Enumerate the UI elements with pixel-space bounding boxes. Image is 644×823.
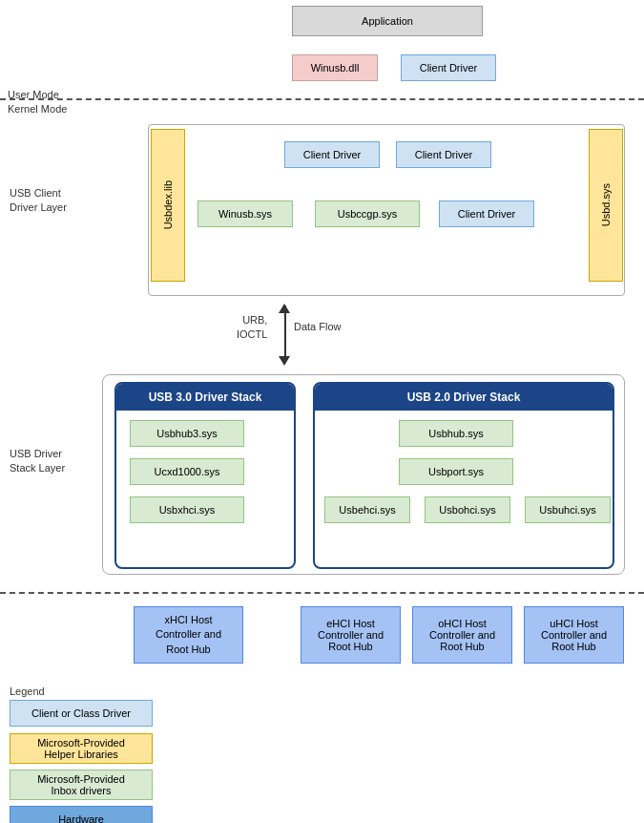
- legend-ms-inbox-box: Microsoft-Provided Inbox drivers: [10, 770, 153, 800]
- client-driver-3-box: Client Driver: [439, 200, 534, 227]
- usbuhci-sys-label: Usbuhci.sys: [539, 504, 595, 516]
- legend-label: Legend: [10, 686, 45, 697]
- winusb-sys-box: Winusb.sys: [197, 200, 293, 227]
- usbccgp-sys-label: Usbccgp.sys: [338, 208, 397, 220]
- usbd-sys-label: Usbd.sys: [600, 183, 612, 226]
- usb20-stack-title: USB 2.0 Driver Stack: [407, 390, 521, 404]
- usbhub-sys-box: Usbhub.sys: [399, 420, 513, 447]
- legend-client-driver-box: Client or Class Driver: [10, 700, 153, 727]
- client-driver-2-box: Client Driver: [396, 141, 491, 168]
- usbuhci-sys-box: Usbuhci.sys: [525, 496, 611, 523]
- usb-driver-stack-layer-label: USB DriverStack Layer: [10, 447, 86, 476]
- diagram-container: Application Winusb.dll Client Driver Use…: [0, 0, 644, 823]
- ehci-host-label: eHCI Host Controller and Root Hub: [318, 618, 384, 652]
- usbhub3-sys-label: Usbhub3.sys: [156, 428, 218, 439]
- client-driver-3-label: Client Driver: [458, 208, 516, 220]
- legend-ms-inbox-label: Microsoft-Provided Inbox drivers: [37, 773, 125, 796]
- ucxd1000-sys-box: Ucxd1000.sys: [130, 458, 244, 485]
- xhci-host-box: xHCI Host Controller and Root Hub: [134, 606, 243, 664]
- data-flow-label: Data Flow: [294, 321, 342, 332]
- client-driver-1-label: Client Driver: [303, 149, 362, 160]
- winusb-dll-box: Winusb.dll: [292, 54, 378, 81]
- usbxhci-sys-box: Usbxhci.sys: [130, 496, 244, 523]
- ehci-host-box: eHCI Host Controller and Root Hub: [301, 606, 401, 664]
- usbxhci-sys-label: Usbxhci.sys: [159, 504, 216, 516]
- usb-client-driver-layer-label: USB ClientDriver Layer: [10, 186, 76, 216]
- usbhub3-sys-box: Usbhub3.sys: [130, 420, 244, 447]
- usbdex-lib-box: Usbdex.lib: [151, 129, 185, 282]
- uhci-host-box: uHCI Host Controller and Root Hub: [524, 606, 624, 664]
- usbdex-lib-label: Usbdex.lib: [162, 180, 174, 229]
- winusb-dll-label: Winusb.dll: [311, 62, 360, 74]
- usbccgp-sys-box: Usbccgp.sys: [315, 200, 420, 227]
- usbohci-sys-box: Usbohci.sys: [425, 496, 510, 523]
- usbport-sys-box: Usbport.sys: [399, 458, 513, 485]
- usbhub-sys-label: Usbhub.sys: [428, 428, 483, 439]
- legend-hardware-box: Hardware: [10, 806, 153, 823]
- application-label: Application: [362, 15, 413, 27]
- client-driver-top-label: Client Driver: [420, 62, 478, 74]
- ohci-host-label: oHCI Host Controller and Root Hub: [429, 618, 495, 652]
- client-driver-1-box: Client Driver: [284, 141, 380, 168]
- client-driver-top-box: Client Driver: [401, 54, 496, 81]
- legend-hardware-label: Hardware: [58, 813, 104, 823]
- arrow-vertical: [284, 306, 286, 358]
- usb30-stack-title: USB 3.0 Driver Stack: [149, 390, 262, 404]
- usbd-sys-box: Usbd.sys: [589, 129, 623, 282]
- user-kernel-divider: [0, 98, 644, 100]
- usbohci-sys-label: Usbohci.sys: [439, 504, 495, 516]
- kernel-mode-label: Kernel Mode: [8, 103, 67, 115]
- urb-ioctl-label: URB,IOCTL: [237, 313, 267, 343]
- legend-ms-helper-label: Microsoft-Provided Helper Libraries: [37, 737, 125, 760]
- client-driver-2-label: Client Driver: [415, 149, 473, 160]
- ucxd1000-sys-label: Ucxd1000.sys: [154, 466, 219, 477]
- arrow-down-head: [279, 356, 290, 366]
- application-box: Application: [292, 6, 483, 36]
- usbehci-sys-label: Usbehci.sys: [339, 504, 395, 516]
- arrow-up-head: [279, 304, 290, 313]
- usbport-sys-label: Usbport.sys: [428, 466, 484, 477]
- legend-ms-helper-box: Microsoft-Provided Helper Libraries: [10, 733, 153, 764]
- lower-divider: [0, 592, 644, 594]
- legend-client-driver-label: Client or Class Driver: [31, 707, 131, 719]
- winusb-sys-label: Winusb.sys: [218, 208, 272, 220]
- xhci-host-label: xHCI Host Controller and Root Hub: [156, 613, 221, 657]
- usbehci-sys-box: Usbehci.sys: [324, 496, 410, 523]
- ohci-host-box: oHCI Host Controller and Root Hub: [412, 606, 512, 664]
- uhci-host-label: uHCI Host Controller and Root Hub: [541, 618, 607, 652]
